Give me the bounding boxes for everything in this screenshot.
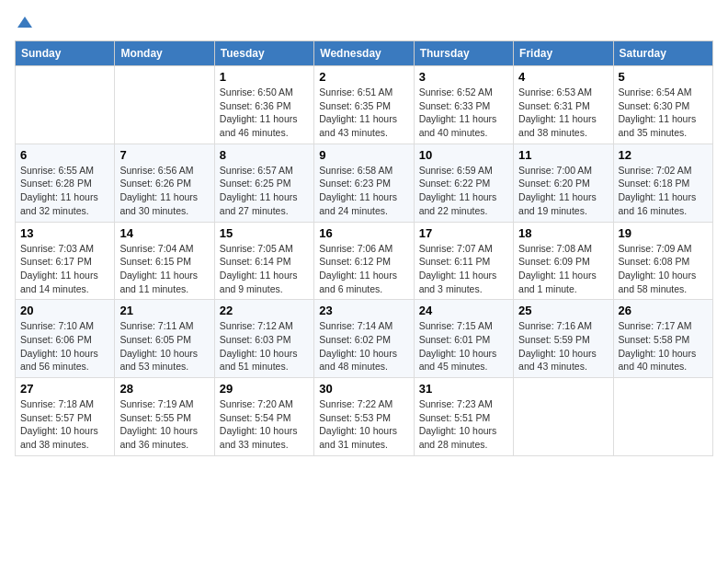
calendar-cell: 29Sunrise: 7:20 AM Sunset: 5:54 PM Dayli…: [214, 378, 313, 456]
day-number: 24: [419, 304, 508, 317]
svg-marker-0: [17, 17, 32, 28]
day-number: 29: [220, 382, 309, 396]
day-info: Sunrise: 7:19 AM Sunset: 5:55 PM Dayligh…: [119, 397, 209, 452]
calendar-cell: 21Sunrise: 7:11 AM Sunset: 6:05 PM Dayli…: [115, 300, 214, 378]
calendar-cell: 26Sunrise: 7:17 AM Sunset: 5:58 PM Dayli…: [613, 300, 712, 378]
day-info: Sunrise: 6:54 AM Sunset: 6:30 PM Dayligh…: [619, 86, 708, 140]
calendar-cell: 3Sunrise: 6:52 AM Sunset: 6:33 PM Daylig…: [414, 66, 513, 144]
calendar-cell: 22Sunrise: 7:12 AM Sunset: 6:03 PM Dayli…: [214, 300, 313, 378]
calendar-cell: 10Sunrise: 6:59 AM Sunset: 6:22 PM Dayli…: [414, 144, 513, 222]
day-info: Sunrise: 7:05 AM Sunset: 6:14 PM Dayligh…: [220, 242, 309, 296]
day-info: Sunrise: 6:52 AM Sunset: 6:33 PM Dayligh…: [419, 86, 508, 140]
calendar-cell: 5Sunrise: 6:54 AM Sunset: 6:30 PM Daylig…: [613, 66, 712, 144]
day-number: 22: [220, 304, 309, 317]
calendar-week-row: 6Sunrise: 6:55 AM Sunset: 6:28 PM Daylig…: [16, 144, 713, 222]
calendar-cell: 7Sunrise: 6:56 AM Sunset: 6:26 PM Daylig…: [115, 144, 214, 222]
calendar-header-row: SundayMondayTuesdayWednesdayThursdayFrid…: [16, 41, 713, 66]
day-info: Sunrise: 7:09 AM Sunset: 6:08 PM Dayligh…: [619, 242, 708, 296]
day-info: Sunrise: 7:22 AM Sunset: 5:53 PM Dayligh…: [319, 397, 408, 452]
calendar-cell: 18Sunrise: 7:08 AM Sunset: 6:09 PM Dayli…: [514, 222, 613, 300]
calendar-cell: 15Sunrise: 7:05 AM Sunset: 6:14 PM Dayli…: [214, 222, 313, 300]
calendar-cell: [115, 66, 214, 144]
weekday-header-tuesday: Tuesday: [214, 41, 313, 66]
day-number: 16: [319, 226, 408, 240]
calendar-cell: 2Sunrise: 6:51 AM Sunset: 6:35 PM Daylig…: [314, 66, 414, 144]
calendar-week-row: 20Sunrise: 7:10 AM Sunset: 6:06 PM Dayli…: [16, 300, 713, 378]
day-number: 9: [319, 148, 408, 162]
day-info: Sunrise: 7:14 AM Sunset: 6:02 PM Dayligh…: [319, 319, 408, 373]
day-number: 4: [518, 70, 608, 84]
calendar-cell: 1Sunrise: 6:50 AM Sunset: 6:36 PM Daylig…: [214, 66, 313, 144]
calendar-cell: 13Sunrise: 7:03 AM Sunset: 6:17 PM Dayli…: [16, 222, 115, 300]
weekday-header-wednesday: Wednesday: [314, 41, 414, 66]
weekday-header-friday: Friday: [514, 41, 613, 66]
calendar-week-row: 1Sunrise: 6:50 AM Sunset: 6:36 PM Daylig…: [16, 66, 713, 144]
day-info: Sunrise: 7:17 AM Sunset: 5:58 PM Dayligh…: [619, 319, 708, 373]
calendar-cell: 30Sunrise: 7:22 AM Sunset: 5:53 PM Dayli…: [314, 378, 414, 456]
calendar-cell: [613, 378, 712, 456]
day-info: Sunrise: 7:00 AM Sunset: 6:20 PM Dayligh…: [518, 164, 608, 218]
calendar-week-row: 27Sunrise: 7:18 AM Sunset: 5:57 PM Dayli…: [16, 378, 713, 456]
day-info: Sunrise: 6:55 AM Sunset: 6:28 PM Dayligh…: [20, 164, 109, 218]
logo: [15, 15, 35, 29]
calendar-cell: 23Sunrise: 7:14 AM Sunset: 6:02 PM Dayli…: [314, 300, 414, 378]
calendar-cell: 6Sunrise: 6:55 AM Sunset: 6:28 PM Daylig…: [16, 144, 115, 222]
calendar-cell: 25Sunrise: 7:16 AM Sunset: 5:59 PM Dayli…: [514, 300, 613, 378]
calendar-week-row: 13Sunrise: 7:03 AM Sunset: 6:17 PM Dayli…: [16, 222, 713, 300]
day-info: Sunrise: 6:50 AM Sunset: 6:36 PM Dayligh…: [220, 86, 309, 140]
calendar-cell: 17Sunrise: 7:07 AM Sunset: 6:11 PM Dayli…: [414, 222, 513, 300]
day-info: Sunrise: 7:11 AM Sunset: 6:05 PM Dayligh…: [119, 319, 209, 373]
day-info: Sunrise: 7:10 AM Sunset: 6:06 PM Dayligh…: [20, 319, 109, 373]
calendar-cell: 27Sunrise: 7:18 AM Sunset: 5:57 PM Dayli…: [16, 378, 115, 456]
calendar-cell: 16Sunrise: 7:06 AM Sunset: 6:12 PM Dayli…: [314, 222, 414, 300]
day-info: Sunrise: 6:51 AM Sunset: 6:35 PM Dayligh…: [319, 86, 408, 140]
day-number: 7: [119, 148, 209, 162]
day-info: Sunrise: 7:18 AM Sunset: 5:57 PM Dayligh…: [20, 397, 109, 452]
day-number: 28: [119, 382, 209, 396]
day-info: Sunrise: 7:06 AM Sunset: 6:12 PM Dayligh…: [319, 242, 408, 296]
day-number: 17: [419, 226, 508, 240]
day-info: Sunrise: 7:12 AM Sunset: 6:03 PM Dayligh…: [220, 319, 309, 373]
weekday-header-monday: Monday: [115, 41, 214, 66]
day-info: Sunrise: 7:08 AM Sunset: 6:09 PM Dayligh…: [518, 242, 608, 296]
day-info: Sunrise: 7:16 AM Sunset: 5:59 PM Dayligh…: [518, 319, 608, 373]
weekday-header-thursday: Thursday: [414, 41, 513, 66]
day-number: 23: [319, 304, 408, 317]
day-number: 30: [319, 382, 408, 396]
day-number: 20: [20, 304, 109, 317]
page-header: [15, 15, 713, 29]
day-number: 21: [119, 304, 209, 317]
day-info: Sunrise: 7:03 AM Sunset: 6:17 PM Dayligh…: [20, 242, 109, 296]
day-info: Sunrise: 7:07 AM Sunset: 6:11 PM Dayligh…: [419, 242, 508, 296]
day-number: 25: [518, 304, 608, 317]
day-number: 11: [518, 148, 608, 162]
day-info: Sunrise: 7:04 AM Sunset: 6:15 PM Dayligh…: [119, 242, 209, 296]
day-number: 8: [220, 148, 309, 162]
calendar-cell: [514, 378, 613, 456]
day-number: 10: [419, 148, 508, 162]
day-number: 6: [20, 148, 109, 162]
day-number: 14: [119, 226, 209, 240]
day-info: Sunrise: 7:20 AM Sunset: 5:54 PM Dayligh…: [220, 397, 309, 452]
day-info: Sunrise: 6:59 AM Sunset: 6:22 PM Dayligh…: [419, 164, 508, 218]
calendar-cell: 19Sunrise: 7:09 AM Sunset: 6:08 PM Dayli…: [613, 222, 712, 300]
calendar-cell: 8Sunrise: 6:57 AM Sunset: 6:25 PM Daylig…: [214, 144, 313, 222]
calendar-cell: [16, 66, 115, 144]
day-number: 5: [619, 70, 708, 84]
calendar-cell: 4Sunrise: 6:53 AM Sunset: 6:31 PM Daylig…: [514, 66, 613, 144]
calendar-cell: 12Sunrise: 7:02 AM Sunset: 6:18 PM Dayli…: [613, 144, 712, 222]
day-info: Sunrise: 7:02 AM Sunset: 6:18 PM Dayligh…: [619, 164, 708, 218]
calendar-cell: 24Sunrise: 7:15 AM Sunset: 6:01 PM Dayli…: [414, 300, 513, 378]
day-number: 19: [619, 226, 708, 240]
day-number: 18: [518, 226, 608, 240]
calendar-cell: 31Sunrise: 7:23 AM Sunset: 5:51 PM Dayli…: [414, 378, 513, 456]
calendar-cell: 20Sunrise: 7:10 AM Sunset: 6:06 PM Dayli…: [16, 300, 115, 378]
calendar-cell: 9Sunrise: 6:58 AM Sunset: 6:23 PM Daylig…: [314, 144, 414, 222]
day-number: 31: [419, 382, 508, 396]
calendar-cell: 28Sunrise: 7:19 AM Sunset: 5:55 PM Dayli…: [115, 378, 214, 456]
day-number: 27: [20, 382, 109, 396]
weekday-header-sunday: Sunday: [16, 41, 115, 66]
day-number: 3: [419, 70, 508, 84]
calendar-cell: 11Sunrise: 7:00 AM Sunset: 6:20 PM Dayli…: [514, 144, 613, 222]
day-info: Sunrise: 6:58 AM Sunset: 6:23 PM Dayligh…: [319, 164, 408, 218]
